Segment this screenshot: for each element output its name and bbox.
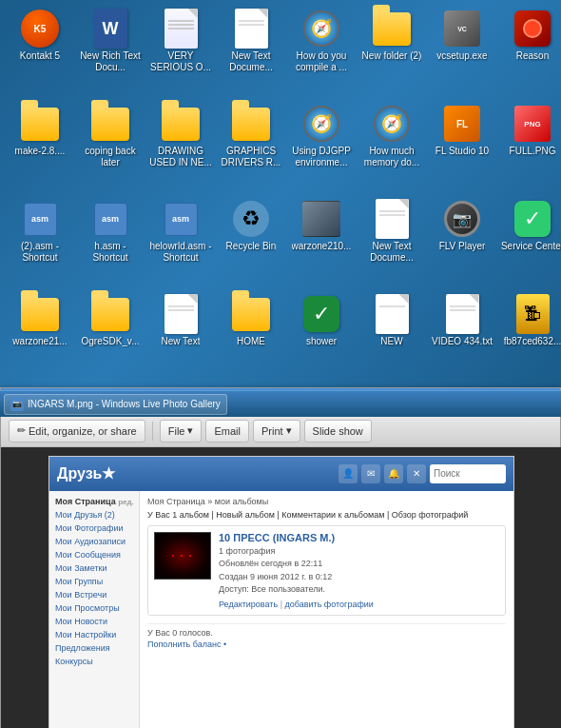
icon-label: VIDEO 434.txt xyxy=(432,336,493,347)
sidebar-item-groups[interactable]: Мои Группы xyxy=(49,575,139,588)
balance-text: Пополнить баланс • xyxy=(147,639,506,649)
album-actions: Редактировать добавить фотографии xyxy=(219,600,499,609)
edit-organize-share-button[interactable]: ✏ Edit, organize, or share xyxy=(9,420,145,443)
social-search-input[interactable] xyxy=(430,464,506,483)
sidebar-item-messages[interactable]: Мои Сообщения xyxy=(49,548,139,561)
social-body: Моя Страница ред. Мои Друзья (2) Мои Фот… xyxy=(49,491,513,729)
icon-coping-back-later[interactable]: coping back later xyxy=(75,100,145,195)
icon-vcsetup[interactable]: VC vcsetup.exe xyxy=(427,5,497,100)
icon-service-center[interactable]: ✓ Service Center xyxy=(497,195,561,290)
icon-label: make-2.8.... xyxy=(15,146,66,157)
social-icon-1[interactable]: 👤 xyxy=(339,464,358,483)
sidebar-item-views[interactable]: Мои Просмотры xyxy=(49,601,139,615)
icon-label: VERY SERIOUS O... xyxy=(147,50,214,73)
icon-label: Using DJGPP environme... xyxy=(288,146,355,168)
asm-icon: asm xyxy=(21,200,59,238)
icon-warzone21-exe[interactable]: warzone21... xyxy=(5,290,75,385)
icon-warzone-preview[interactable]: warzone210... xyxy=(286,195,357,290)
taskbar-item-label: INGARS M.png - Windows Live Photo Galler… xyxy=(28,399,221,409)
icon-shower[interactable]: ✓ shower xyxy=(286,290,357,385)
icon-fl-studio[interactable]: FL FL Studio 10 xyxy=(427,100,497,195)
sidebar-item-events[interactable]: Мои Встречи xyxy=(49,588,139,601)
add-photos-link[interactable]: добавить фотографии xyxy=(280,600,374,609)
album-access: Доступ: Все пользователи. xyxy=(219,583,499,597)
icon-2asm[interactable]: asm (2).asm - Shortcut xyxy=(5,195,75,290)
icon-helowrld-asm[interactable]: asm helowrld.asm - Shortcut xyxy=(145,195,216,290)
kontakt5-icon: K5 xyxy=(21,10,59,48)
sidebar-item-audio[interactable]: Мои Аудиозаписи xyxy=(49,535,139,548)
taskbar-photo-gallery[interactable]: 📷 INGARS M.png - Windows Live Photo Gall… xyxy=(4,394,227,415)
icon-new-upper[interactable]: NEW xyxy=(357,290,427,385)
icon-reason[interactable]: Reason xyxy=(497,5,561,100)
icon-label: vcsetup.exe xyxy=(436,50,487,62)
icon-label: FLV Player xyxy=(439,241,486,252)
album-thumbnail[interactable] xyxy=(154,532,211,580)
social-footer: У Вас 0 голосов. Пополнить баланс • xyxy=(147,623,506,649)
print-label: Print xyxy=(261,425,283,437)
icon-how-much-memory[interactable]: 🧭 How much memory do... xyxy=(357,100,427,195)
icon-fb87ced632[interactable]: 🗜 fb87ced632... xyxy=(497,290,561,385)
icon-label: HOME xyxy=(237,336,265,347)
icon-very-serious[interactable]: VERY SERIOUS O... xyxy=(145,5,216,100)
sidebar-item-photos[interactable]: Мои Фотографии xyxy=(49,521,139,535)
icon-drawing-used[interactable]: DRAWING USED IN NE... xyxy=(145,100,216,195)
icon-recycle-bin[interactable]: ♻ Recycle Bin xyxy=(216,195,286,290)
icon-new-text[interactable]: New Text xyxy=(145,290,216,385)
desktop: K5 Kontakt 5 W New Rich Text Docu... V xyxy=(0,0,561,390)
icon-using-djgpp[interactable]: 🧭 Using DJGPP environme... xyxy=(286,100,357,195)
sidebar-item-friends[interactable]: Мои Друзья (2) xyxy=(49,508,139,521)
icon-make-28[interactable]: make-2.8.... xyxy=(5,100,75,195)
safari-icon: 🧭 xyxy=(302,10,340,48)
icon-label: FULL.PNG xyxy=(510,146,556,157)
email-button[interactable]: Email xyxy=(205,420,249,443)
png-icon: PNG xyxy=(513,105,551,143)
icon-new-text-doc[interactable]: New Text Docume... xyxy=(216,5,286,100)
icon-new-text-docume[interactable]: New Text Docume... xyxy=(357,195,427,290)
icon-video-434[interactable]: VIDEO 434.txt xyxy=(427,290,497,385)
icon-label: How do you compile a ... xyxy=(288,50,355,73)
icon-label: New Rich Text Docu... xyxy=(77,50,144,73)
icon-new-folder-2[interactable]: New folder (2) xyxy=(357,5,427,100)
sidebar-item-notes[interactable]: Мои Заметки xyxy=(49,561,139,575)
social-icon-3[interactable]: 🔔 xyxy=(384,464,403,483)
icon-label: coping back later xyxy=(77,146,144,168)
icon-how-do-you[interactable]: 🧭 How do you compile a ... xyxy=(286,5,357,100)
sidebar-item-offers[interactable]: Предложения xyxy=(49,641,139,655)
taskbar: 📷 INGARS M.png - Windows Live Photo Gall… xyxy=(0,390,561,417)
social-stats-text: У Вас 1 альбом | Новый альбом | Коммента… xyxy=(147,510,468,520)
file-button[interactable]: File ▾ xyxy=(160,420,203,443)
social-icon-2[interactable]: ✉ xyxy=(361,464,380,483)
desktop-icon-grid: K5 Kontakt 5 W New Rich Text Docu... V xyxy=(0,0,561,390)
icon-kontakt5[interactable]: K5 Kontakt 5 xyxy=(5,5,75,100)
icon-label: New Text Docume... xyxy=(218,50,284,73)
album-thumb-image xyxy=(155,533,210,579)
icon-label: Kontakt 5 xyxy=(20,50,60,62)
photo-viewer-content: Друзь★ 👤 ✉ 🔔 ✕ Моя Страница ред. xyxy=(1,447,561,728)
reason-icon xyxy=(513,10,551,48)
word-doc-icon: W xyxy=(91,10,129,48)
icon-new-rich-text[interactable]: W New Rich Text Docu... xyxy=(75,5,145,100)
album-title[interactable]: 10 ПРЕСС (INGARS M.) xyxy=(219,532,499,543)
sidebar-item-my-page[interactable]: Моя Страница ред. xyxy=(49,495,139,508)
sidebar-item-news[interactable]: Мои Новости xyxy=(49,615,139,628)
icon-graphics-drivers[interactable]: GRAPHICS DRIVERS R... xyxy=(216,100,286,195)
icon-full-png[interactable]: PNG FULL.PNG xyxy=(497,100,561,195)
social-close-icon[interactable]: ✕ xyxy=(407,464,426,483)
sidebar-item-settings[interactable]: Мои Настройки xyxy=(49,628,139,641)
print-button[interactable]: Print ▾ xyxy=(253,420,300,443)
folder-icon xyxy=(91,105,129,143)
votes-text: У Вас 0 голосов. xyxy=(147,628,506,638)
icon-home[interactable]: HOME xyxy=(216,290,286,385)
icon-flv-player[interactable]: 📷 FLV Player xyxy=(427,195,497,290)
edit-album-link[interactable]: Редактировать xyxy=(219,600,278,609)
icon-h-asm[interactable]: asm h.asm - Shortcut xyxy=(75,195,145,290)
icon-label: OgreSDK_v... xyxy=(82,336,140,347)
edit-organize-share-label: Edit, organize, or share xyxy=(29,425,137,437)
slideshow-button[interactable]: Slide show xyxy=(304,420,372,443)
album-entry: 10 ПРЕСС (INGARS M.) 1 фотография Обновл… xyxy=(147,525,506,616)
print-arrow-icon: ▾ xyxy=(286,424,292,437)
zip-icon: 🗜 xyxy=(513,295,551,333)
icon-ogreSdk[interactable]: OgreSDK_v... xyxy=(75,290,145,385)
text-doc-icon xyxy=(162,295,200,333)
sidebar-item-contests[interactable]: Конкурсы xyxy=(49,655,139,668)
